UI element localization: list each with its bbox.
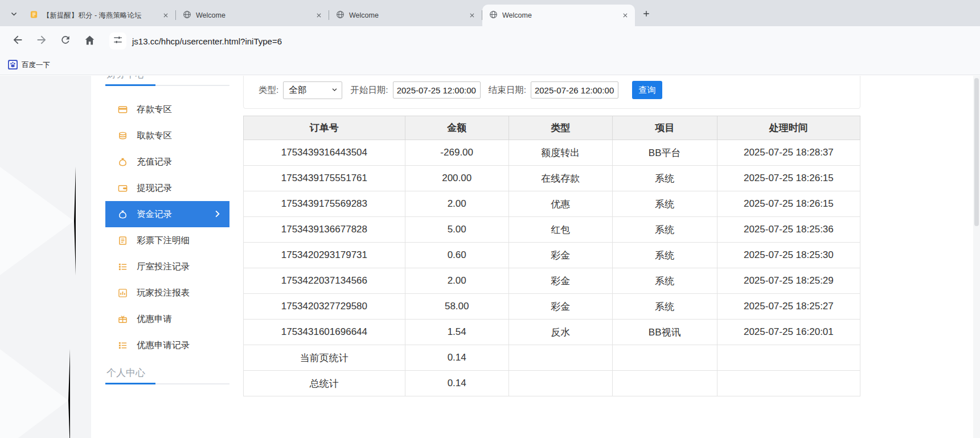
cell-order-no: 1753439175551761 [244,166,405,191]
table-row: 1753431601696644 1.54 反水 BB视讯 2025-07-25… [244,320,860,345]
sidebar-item-lottery-bets[interactable]: 彩票下注明细 [105,227,229,253]
col-header-project: 项目 [612,116,717,140]
cell-order-no: 1753439316443504 [244,140,405,166]
cell-project: 系统 [612,243,717,268]
sidebar-item-label: 提现记录 [137,182,172,194]
sidebar-item-recharge-records[interactable]: 充值记录 [105,149,229,175]
cell-amount: 1.54 [405,320,509,345]
cell-amount: 200.00 [405,166,509,191]
tab-title: Welcome [502,11,616,19]
deposit-card-icon [118,105,128,114]
cell-amount: 2.00 [405,268,509,294]
cell-time [717,371,860,396]
tab-close-button[interactable] [314,10,324,21]
chevron-down-icon [10,10,18,20]
cell-amount: 0.14 [405,345,509,371]
bookmark-baidu[interactable]: 百度一下 [8,60,50,71]
type-label: 类型: [259,84,278,96]
end-date-input[interactable] [531,81,618,99]
decorative-triangle [0,167,76,275]
cell-time: 2025-07-25 18:25:29 [717,268,860,294]
tab-close-button[interactable] [467,10,477,21]
cell-type: 优惠 [509,191,612,217]
col-header-amount: 金额 [405,116,509,140]
cell-amount: -269.00 [405,140,509,166]
col-header-time: 处理时间 [717,116,860,140]
cell-type: 反水 [509,320,612,345]
cell-time: 2025-07-25 18:25:36 [717,217,860,243]
tab-welcome-2[interactable]: Welcome [329,5,482,26]
cell-amount: 2.00 [405,191,509,217]
cell-project: BB视讯 [612,320,717,345]
sidebar-menu: 存款专区 取款专区 充值记录 [105,96,229,358]
table-row: 1753439175551761 200.00 在线存款 系统 2025-07-… [244,166,860,191]
refresh-button[interactable] [55,30,76,52]
tab-welcome-active[interactable]: Welcome [482,5,635,26]
sidebar-item-withdraw[interactable]: 取款专区 [105,122,229,149]
sidebar-item-withdrawal-records[interactable]: 提现记录 [105,175,229,201]
bookmarks-bar: 百度一下 [0,56,980,75]
sidebar-item-label: 优惠申请记录 [137,339,190,351]
filter-bar: 类型: 全部 开始日期: 结束日期: 查询 [243,76,860,109]
forward-button[interactable] [31,30,52,52]
tab-title: Welcome [349,11,462,19]
tab-close-button[interactable] [161,10,171,21]
cell-amount: 0.60 [405,243,509,268]
page-content: 财务中心 存款专区 取款专区 [0,76,980,438]
funds-record-icon [118,210,128,219]
baidu-icon [8,60,18,71]
cell-summary-label: 总统计 [244,371,405,396]
sidebar-item-funds-records[interactable]: 资金记录 [105,201,229,227]
back-arrow-icon [11,34,24,48]
type-select[interactable]: 全部 [283,81,342,99]
player-report-icon [118,288,128,298]
site-info-button[interactable] [109,32,126,50]
cell-order-no: 1753420327729580 [244,294,405,320]
table-row: 1753420327729580 58.00 彩金 系统 2025-07-25 … [244,294,860,320]
table-summary-row-total: 总统计 0.14 [244,371,860,396]
sidebar-item-player-report[interactable]: 玩家投注报表 [105,280,229,306]
cell-type [509,371,612,396]
sidebar-item-promo-apply[interactable]: 优惠申请 [105,306,229,332]
cell-time: 2025-07-25 18:26:15 [717,191,860,217]
search-button[interactable]: 查询 [632,81,662,99]
chevron-down-icon [331,85,338,95]
sidebar-item-promo-records[interactable]: 优惠申请记录 [105,332,229,358]
start-date-input[interactable] [393,81,481,99]
home-button[interactable] [79,30,100,52]
start-date-label: 开始日期: [350,84,388,96]
cell-project: 系统 [612,294,717,320]
col-header-type: 类型 [509,116,612,140]
tab-search-button[interactable] [6,7,22,23]
promo-apply-icon [118,314,128,324]
page-scrollbar[interactable] [973,76,980,438]
tab-welcome-1[interactable]: Welcome [176,5,329,26]
address-url[interactable]: js13.cc/hhcp/usercenter.html?iniType=6 [132,36,282,46]
scrollbar-thumb[interactable] [974,78,979,226]
recharge-record-icon [118,157,128,167]
sidebar-item-label: 存款专区 [137,104,172,116]
new-tab-button[interactable] [638,7,654,23]
cell-project: 系统 [612,268,717,294]
cell-time: 2025-07-25 18:28:37 [717,140,860,166]
section-underline [105,383,155,384]
table-row: 1753422037134566 2.00 彩金 系统 2025-07-25 1… [244,268,860,294]
cell-time: 2025-07-25 18:25:27 [717,294,860,320]
withdraw-coins-icon [118,131,128,141]
sidebar-item-label: 厅室投注记录 [137,261,190,273]
tune-icon [113,35,123,47]
tab-close-button[interactable] [620,10,630,21]
table-header-row: 订单号 金额 类型 项目 处理时间 [244,116,860,140]
cell-type: 彩金 [509,268,612,294]
tab-forum[interactable]: 【新提醒】积分 - 海燕策略论坛 [23,5,175,26]
sidebar-item-deposit[interactable]: 存款专区 [105,96,229,122]
cell-project [612,345,717,371]
cell-project: BB平台 [612,140,717,166]
table-row: 1753439316443504 -269.00 额度转出 BB平台 2025-… [244,140,860,166]
back-button[interactable] [7,30,28,52]
withdrawal-record-icon [118,183,128,193]
cell-order-no: 1753439136677828 [244,217,405,243]
bookmark-label: 百度一下 [22,60,50,70]
sidebar-item-label: 取款专区 [137,130,172,142]
sidebar-item-hall-bets[interactable]: 厅室投注记录 [105,253,229,280]
